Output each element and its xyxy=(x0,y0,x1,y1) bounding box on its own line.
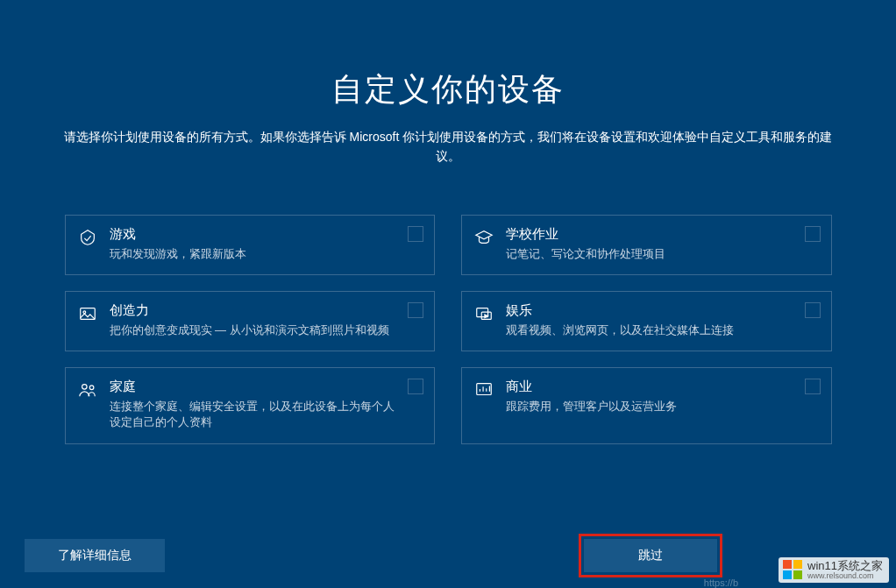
watermark: win11系统之家 www.relsound.com xyxy=(779,557,889,583)
option-creativity[interactable]: 创造力 把你的创意变成现实 — 从小说和演示文稿到照片和视频 xyxy=(65,291,436,351)
learn-more-button[interactable]: 了解详细信息 xyxy=(25,539,165,572)
option-title: 游戏 xyxy=(110,226,398,243)
footer: 了解详细信息 跳过 xyxy=(0,534,896,577)
checkbox[interactable] xyxy=(408,379,423,394)
checkbox[interactable] xyxy=(805,379,821,394)
option-title: 创造力 xyxy=(110,302,398,319)
option-family[interactable]: 家庭 连接整个家庭、编辑安全设置，以及在此设备上为每个人设定自己的个人资料 xyxy=(65,367,436,443)
svg-rect-6 xyxy=(477,384,492,395)
option-desc: 观看视频、浏览网页，以及在社交媒体上连接 xyxy=(506,322,794,338)
page-subtitle: 请选择你计划使用设备的所有方式。如果你选择告诉 Microsoft 你计划使用设… xyxy=(62,127,834,166)
checkbox[interactable] xyxy=(805,302,821,318)
option-title: 学校作业 xyxy=(506,226,794,243)
family-icon xyxy=(78,380,97,400)
skip-button[interactable]: 跳过 xyxy=(584,539,717,572)
option-title: 家庭 xyxy=(110,379,398,395)
watermark-url: www.relsound.com xyxy=(807,572,883,580)
option-gaming[interactable]: 游戏 玩和发现游戏，紧跟新版本 xyxy=(65,215,436,275)
business-icon xyxy=(474,380,494,400)
option-desc: 连接整个家庭、编辑安全设置，以及在此设备上为每个人设定自己的个人资料 xyxy=(110,399,398,430)
checkbox[interactable] xyxy=(408,302,423,318)
checkbox[interactable] xyxy=(408,226,423,242)
option-school[interactable]: 学校作业 记笔记、写论文和协作处理项目 xyxy=(461,215,832,275)
skip-highlight: 跳过 xyxy=(579,534,722,577)
creativity-icon xyxy=(78,304,97,323)
entertainment-icon xyxy=(474,304,494,323)
game-icon xyxy=(78,228,97,247)
option-desc: 把你的创意变成现实 — 从小说和演示文稿到照片和视频 xyxy=(110,322,398,338)
option-business[interactable]: 商业 跟踪费用，管理客户以及运营业务 xyxy=(461,367,832,443)
svg-point-4 xyxy=(82,385,87,390)
watermark-brand: win11系统之家 xyxy=(807,560,883,572)
header: 自定义你的设备 请选择你计划使用设备的所有方式。如果你选择告诉 Microsof… xyxy=(0,0,896,166)
school-icon xyxy=(474,228,494,247)
options-grid: 游戏 玩和发现游戏，紧跟新版本 学校作业 记笔记、写论文和协作处理项目 创造力 … xyxy=(56,215,841,444)
checkbox[interactable] xyxy=(805,226,821,242)
faint-url: https://b xyxy=(704,577,738,588)
page-title: 自定义你的设备 xyxy=(0,68,896,111)
svg-point-1 xyxy=(82,311,85,314)
option-entertainment[interactable]: 娱乐 观看视频、浏览网页，以及在社交媒体上连接 xyxy=(461,291,832,351)
option-title: 商业 xyxy=(506,379,794,395)
svg-point-5 xyxy=(89,386,94,390)
option-desc: 玩和发现游戏，紧跟新版本 xyxy=(110,246,398,262)
option-title: 娱乐 xyxy=(506,302,794,319)
win-logo-icon xyxy=(783,560,802,579)
option-desc: 跟踪费用，管理客户以及运营业务 xyxy=(506,399,794,414)
option-desc: 记笔记、写论文和协作处理项目 xyxy=(506,246,794,262)
